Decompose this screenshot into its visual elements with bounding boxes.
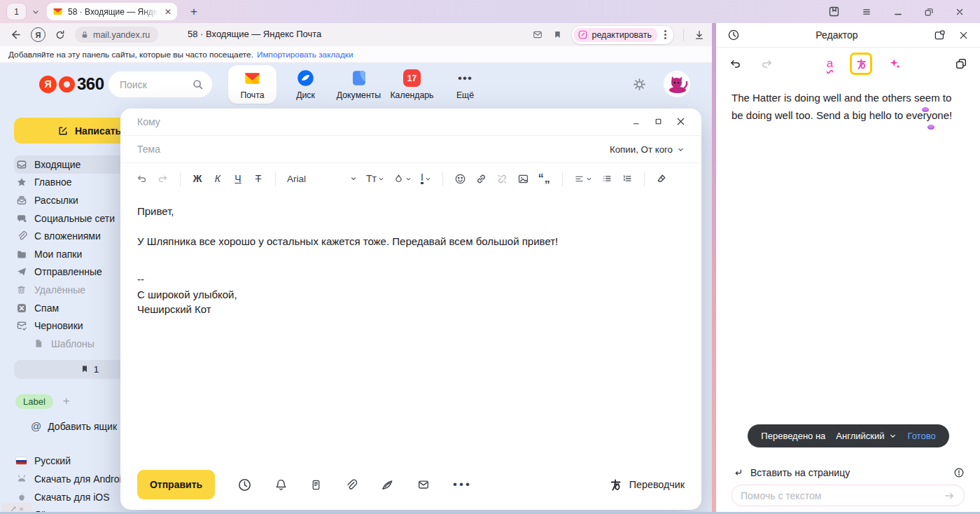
compose-to-field[interactable]: Кому <box>120 109 701 136</box>
tab-counter[interactable]: 1 <box>7 4 26 20</box>
mail-app-icon <box>243 69 262 88</box>
highlight-color-button[interactable] <box>393 174 412 184</box>
compose-subject-field[interactable]: Тема Копии, От кого <box>120 136 701 163</box>
format-toolbar: Ж К Ч Т Arial Tт I “„ <box>120 163 701 194</box>
bullet-list-icon[interactable] <box>601 174 612 183</box>
app-tile-mail[interactable]: Почта <box>228 65 276 104</box>
history-clock-icon[interactable] <box>727 29 740 41</box>
panel-undo-icon[interactable] <box>729 58 742 70</box>
android-icon <box>15 474 27 483</box>
yandex-browser-icon[interactable]: Я <box>31 27 46 42</box>
translator-toggle[interactable]: Переводчик <box>608 478 685 492</box>
settings-gear-icon[interactable] <box>632 77 647 92</box>
editor-side-panel: Редактор a The Hatter is doing well and … <box>716 23 980 514</box>
paperclip-icon <box>15 230 27 242</box>
translated-text[interactable]: The Hatter is doing well and the others … <box>732 89 962 124</box>
reload-icon[interactable] <box>55 29 66 41</box>
page-title: 58 · Входящие — Яндекс Почта <box>188 29 321 39</box>
blockquote-icon[interactable]: “„ <box>538 172 551 185</box>
translate-icon <box>855 57 868 71</box>
send-button[interactable]: Отправить <box>137 470 215 499</box>
bookmarks-bar: Добавляйте на эту панель сайты, которые … <box>0 46 712 63</box>
back-icon[interactable] <box>10 29 22 41</box>
font-family-select[interactable]: Arial <box>287 174 357 184</box>
user-avatar[interactable] <box>664 71 690 97</box>
tab-close-icon[interactable]: ✕ <box>164 7 172 17</box>
ai-helper-input[interactable] <box>741 490 943 501</box>
search-box[interactable] <box>108 71 212 97</box>
mailto-icon[interactable] <box>532 29 543 40</box>
bold-button[interactable]: Ж <box>192 173 203 184</box>
strikethrough-button[interactable]: Т <box>253 173 264 184</box>
app-tile-docs[interactable]: Документы <box>335 65 383 104</box>
corner-widget[interactable]: » <box>1 503 32 514</box>
spellcheck-button[interactable]: a <box>827 57 833 71</box>
panel-copy-icon[interactable] <box>955 57 967 70</box>
mail-app: Я 360 Почта <box>0 63 712 514</box>
attach-file-icon[interactable] <box>344 478 358 492</box>
url-field[interactable]: mail.yandex.ru <box>75 27 158 43</box>
tab-list-chevron-icon[interactable] <box>31 8 40 16</box>
submit-arrow-icon[interactable] <box>943 490 955 501</box>
side-panel-bookmarks-icon[interactable] <box>828 6 840 18</box>
open-in-window-icon[interactable] <box>934 29 946 41</box>
font-size-button[interactable]: Tт <box>366 173 384 184</box>
italic-button[interactable]: К <box>212 173 223 184</box>
text-color-button[interactable]: I <box>421 173 431 184</box>
add-label-button[interactable]: + <box>63 394 70 408</box>
browser-tab[interactable]: 58 · Входящие — Яндек ✕ <box>47 3 177 20</box>
ai-sparkles-button[interactable] <box>889 57 902 70</box>
compose-close-icon[interactable] <box>676 116 686 127</box>
app-tile-disk[interactable]: Диск <box>281 65 330 104</box>
ai-helper-box[interactable] <box>732 485 965 506</box>
panel-header: Редактор <box>716 23 980 48</box>
panel-close-icon[interactable] <box>958 30 969 41</box>
insert-image-icon[interactable] <box>517 173 529 185</box>
insert-to-page-row[interactable]: Вставить на страницу <box>733 467 965 478</box>
window-minimize-icon[interactable] <box>893 7 903 17</box>
undo-icon[interactable] <box>136 174 148 184</box>
redo-icon[interactable] <box>157 174 169 184</box>
app-tile-more[interactable]: ••• Ещё <box>441 65 489 104</box>
russian-flag-icon <box>15 457 27 465</box>
window-close-icon[interactable] <box>955 7 965 17</box>
compose-body[interactable]: Привет, У Шляпника все хорошо у остальны… <box>120 194 701 327</box>
app-tile-calendar[interactable]: 17 Календарь <box>388 65 436 104</box>
search-input[interactable] <box>120 79 183 90</box>
app-label: Календарь <box>390 90 433 100</box>
tab-title: 58 · Входящие — Яндек <box>68 7 160 17</box>
app-label: Документы <box>337 90 381 100</box>
edit-pill-menu-icon[interactable] <box>660 30 671 39</box>
label-tag[interactable]: Label <box>15 394 53 409</box>
edit-mode-pill[interactable]: редактировать <box>572 26 673 44</box>
copies-from-toggle[interactable]: Копии, От кого <box>610 144 685 155</box>
translate-button-highlighted[interactable] <box>850 53 872 75</box>
numbered-list-icon[interactable] <box>622 174 633 183</box>
link-icon[interactable] <box>475 173 487 185</box>
underline-button[interactable]: Ч <box>232 173 244 184</box>
stamp-icon[interactable] <box>310 478 322 492</box>
window-restore-icon[interactable] <box>924 7 934 17</box>
envelope-icon[interactable] <box>416 478 430 491</box>
new-tab-button[interactable]: + <box>186 4 202 20</box>
import-bookmarks-link[interactable]: Импортировать закладки <box>257 50 354 60</box>
yandex-360-logo[interactable]: Я 360 <box>39 74 104 94</box>
reminder-bell-icon[interactable] <box>274 478 288 492</box>
done-button[interactable]: Готово <box>907 431 935 441</box>
compose-minimize-icon[interactable] <box>632 117 641 126</box>
downloads-icon[interactable] <box>694 29 705 41</box>
eraser-icon[interactable] <box>656 173 667 184</box>
emoji-icon[interactable] <box>454 173 466 185</box>
compose-expand-icon[interactable] <box>654 118 662 125</box>
schedule-send-icon[interactable] <box>237 478 252 492</box>
disk-attach-icon[interactable] <box>380 478 394 492</box>
language-select[interactable]: Английский <box>836 431 897 441</box>
bookmark-page-icon[interactable] <box>553 29 562 40</box>
align-button[interactable] <box>574 174 592 183</box>
info-icon[interactable] <box>953 467 965 478</box>
drafts-icon <box>15 320 27 331</box>
more-options-icon[interactable]: ••• <box>453 478 472 492</box>
panel-redo-icon[interactable] <box>760 58 774 70</box>
browser-menu-icon[interactable] <box>861 7 872 17</box>
unlink-icon[interactable] <box>496 173 508 185</box>
